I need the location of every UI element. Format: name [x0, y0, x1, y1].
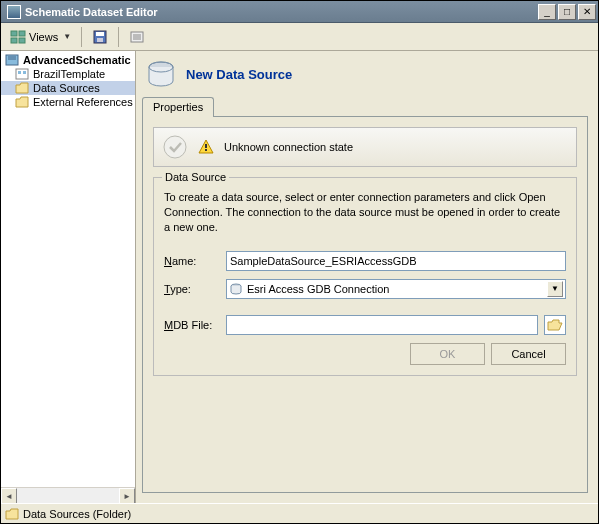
connection-status-text: Unknown connection state	[224, 141, 353, 153]
button-row: OK Cancel	[164, 343, 566, 365]
views-icon	[10, 29, 26, 45]
tree-item-externalreferences[interactable]: External References	[1, 95, 135, 109]
type-combobox[interactable]: Esri Access GDB Connection ▼	[226, 279, 566, 299]
svg-rect-21	[205, 149, 207, 151]
settings-button[interactable]	[124, 26, 150, 48]
tree: AdvancedSchematic BrazilTemplate Data So…	[1, 51, 135, 487]
tree-item-datasources[interactable]: Data Sources	[1, 81, 135, 95]
close-button[interactable]: ✕	[578, 4, 596, 20]
toolbar: Views ▼	[1, 23, 598, 51]
tab-panel: Unknown connection state Data Source To …	[142, 116, 588, 493]
chevron-down-icon: ▼	[63, 32, 71, 41]
svg-rect-0	[11, 31, 17, 36]
scroll-track[interactable]	[17, 488, 119, 503]
status-text: Data Sources (Folder)	[23, 508, 131, 520]
toolbar-separator	[81, 27, 82, 47]
warning-icon	[198, 139, 214, 155]
scroll-right-button[interactable]: ►	[119, 488, 135, 504]
ok-button[interactable]: OK	[410, 343, 485, 365]
tree-root[interactable]: AdvancedSchematic	[1, 53, 135, 67]
type-label: Type:	[164, 283, 220, 295]
dataset-icon	[5, 54, 19, 66]
gear-icon	[129, 29, 145, 45]
sidebar: AdvancedSchematic BrazilTemplate Data So…	[1, 51, 136, 503]
svg-rect-5	[96, 32, 104, 36]
maximize-button[interactable]: □	[558, 4, 576, 20]
title-bar: Schematic Dataset Editor _ □ ✕	[1, 1, 598, 23]
row-mdb: MDB File:	[164, 315, 566, 335]
tree-root-label: AdvancedSchematic	[23, 54, 131, 66]
tree-item-label: BrazilTemplate	[33, 68, 105, 80]
name-label: Name:	[164, 255, 220, 267]
main-panel: New Data Source Properties Unknown conne…	[136, 51, 598, 503]
window-title: Schematic Dataset Editor	[25, 6, 538, 18]
svg-rect-20	[205, 144, 207, 148]
scroll-left-button[interactable]: ◄	[1, 488, 17, 504]
type-value: Esri Access GDB Connection	[247, 283, 543, 295]
svg-rect-16	[23, 71, 26, 74]
views-label: Views	[29, 31, 58, 43]
folder-icon	[15, 96, 29, 108]
browse-button[interactable]	[544, 315, 566, 335]
svg-rect-3	[19, 38, 25, 43]
svg-rect-1	[19, 31, 25, 36]
tree-item-label: Data Sources	[33, 82, 100, 94]
check-icon	[162, 134, 188, 160]
mdb-label: MDB File:	[164, 319, 220, 331]
svg-rect-2	[11, 38, 17, 43]
minimize-button[interactable]: _	[538, 4, 556, 20]
template-icon	[15, 68, 29, 80]
svg-rect-15	[18, 71, 21, 74]
body: AdvancedSchematic BrazilTemplate Data So…	[1, 51, 598, 503]
chevron-down-icon[interactable]: ▼	[547, 281, 563, 297]
tab-properties[interactable]: Properties	[142, 97, 214, 117]
fieldset-legend: Data Source	[162, 171, 229, 183]
tree-item-label: External References	[33, 96, 133, 108]
h-scrollbar[interactable]: ◄ ►	[1, 487, 135, 503]
name-input[interactable]	[226, 251, 566, 271]
datasource-fieldset: Data Source To create a data source, sel…	[153, 177, 577, 376]
app-window: Schematic Dataset Editor _ □ ✕ Views ▼	[0, 0, 599, 524]
views-menu[interactable]: Views ▼	[5, 26, 76, 48]
svg-rect-6	[97, 38, 103, 42]
row-name: Name:	[164, 251, 566, 271]
page-title: New Data Source	[186, 67, 292, 82]
row-type: Type: Esri Access GDB Connection ▼	[164, 279, 566, 299]
mdb-input[interactable]	[226, 315, 538, 335]
save-icon	[92, 29, 108, 45]
folder-open-icon	[547, 318, 563, 332]
fieldset-description: To create a data source, select or enter…	[164, 190, 566, 235]
connection-icon	[229, 282, 243, 296]
toolbar-separator	[118, 27, 119, 47]
connection-status-box: Unknown connection state	[153, 127, 577, 167]
header: New Data Source	[142, 55, 588, 97]
folder-icon	[5, 508, 19, 520]
datasource-icon	[144, 59, 178, 89]
save-button[interactable]	[87, 26, 113, 48]
svg-point-19	[164, 136, 186, 158]
tree-item-braziltemplate[interactable]: BrazilTemplate	[1, 67, 135, 81]
svg-rect-14	[16, 69, 28, 79]
folder-icon	[15, 82, 29, 94]
cancel-button[interactable]: Cancel	[491, 343, 566, 365]
app-icon	[7, 5, 21, 19]
tab-bar: Properties	[142, 97, 588, 117]
status-bar: Data Sources (Folder)	[1, 503, 598, 523]
